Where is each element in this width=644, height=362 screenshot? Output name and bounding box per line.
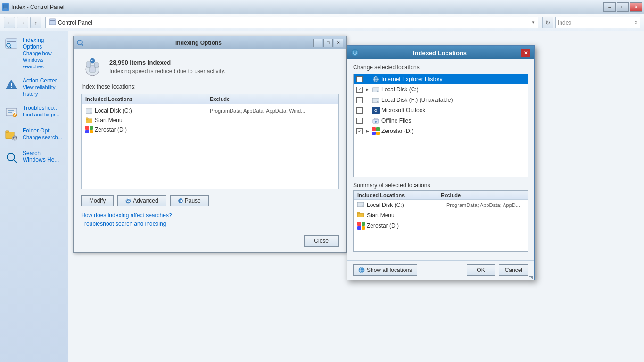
svg-text:?: ? — [13, 111, 16, 118]
summary-name-c: Local Disk (C:) — [367, 202, 445, 208]
sidebar-text-indexing: Indexing Options Change how Windows sear… — [23, 37, 64, 70]
close-button[interactable]: Close — [304, 235, 339, 247]
disk-c-icon — [372, 86, 380, 93]
search-help-link[interactable]: Search Windows He... — [23, 150, 59, 163]
folder-options-link[interactable]: Folder Opti... — [23, 127, 55, 134]
loc-item-text-offline: Offline Files — [381, 117, 411, 124]
svg-text:⚙: ⚙ — [126, 198, 131, 204]
loc-checkbox-f[interactable] — [356, 97, 363, 103]
summary-col-included: Included Locations — [357, 192, 441, 198]
locations-table-body: Local Disk (C:) ProgramData; AppData; Ap… — [82, 104, 338, 189]
svg-point-20 — [7, 153, 15, 161]
svg-point-46 — [377, 91, 379, 92]
list-item[interactable]: O Microsoft Outlook — [354, 105, 528, 115]
loc-item-text-c: Local Disk (C:) — [381, 86, 419, 93]
loc-checkbox-c[interactable] — [356, 87, 363, 93]
indexing-minimize-btn[interactable]: – — [313, 39, 322, 47]
search-input[interactable] — [558, 19, 634, 26]
svg-rect-10 — [11, 87, 12, 88]
affect-searches-link[interactable]: How does indexing affect searches? — [81, 212, 339, 219]
resize-grip[interactable] — [528, 274, 533, 279]
minimize-button[interactable]: – — [603, 2, 616, 12]
summary-name-d: Zerostar (D:) — [367, 222, 445, 229]
maximize-button[interactable]: □ — [617, 2, 629, 12]
svg-point-22 — [77, 40, 82, 45]
advanced-button[interactable]: ⚙ Advanced — [117, 195, 166, 206]
action-center-icon — [4, 77, 19, 92]
show-all-locations-button[interactable]: Show all locations — [353, 264, 417, 276]
loc-item-text-f: Local Disk (F:) (Unavailable) — [381, 97, 453, 103]
loc-expand-d[interactable]: ▶ — [364, 128, 370, 134]
summary-col-exclude: Exclude — [441, 192, 524, 198]
indexing-window-content: 28,990 items indexed Indexing speed is r… — [74, 49, 346, 252]
dialog-close-button[interactable]: ✕ — [521, 49, 530, 57]
title-bar-controls[interactable]: – □ ✕ — [603, 2, 642, 12]
action-center-link[interactable]: Action Center — [23, 77, 57, 84]
indexing-window-controls[interactable]: – □ ✕ — [313, 39, 343, 47]
sidebar-item-action-center: Action Center View reliability history — [4, 77, 64, 97]
col-included-header: Included Locations — [85, 96, 210, 102]
offline-files-icon — [372, 117, 380, 124]
list-item[interactable]: Local Disk (F:) (Unavailable) — [354, 95, 528, 105]
search-clear-icon[interactable]: ✕ — [634, 20, 638, 25]
svg-line-21 — [14, 160, 17, 163]
back-button[interactable]: ← — [4, 17, 15, 28]
loc-checkbox-d[interactable] — [356, 128, 363, 134]
svg-rect-9 — [11, 83, 12, 86]
list-item[interactable]: ▶ Local Disk (C:) — [354, 84, 528, 95]
folder-options-icon: ⚙ — [4, 127, 19, 142]
loc-expand-c[interactable]: ▶ — [364, 87, 370, 92]
disk-icon-c — [85, 107, 93, 115]
loc-checkbox-offline[interactable] — [356, 118, 363, 124]
locations-table: Included Locations Exclude Local Disk (C… — [81, 94, 339, 189]
nav-bar: ← → ↑ Control Panel ▼ ↻ ✕ — [0, 14, 644, 31]
refresh-button[interactable]: ↻ — [542, 17, 553, 28]
title-bar: Index - Control Panel – □ ✕ — [0, 0, 644, 14]
forward-button[interactable]: → — [17, 17, 28, 28]
folder-icon-startmenu — [85, 116, 93, 124]
troubleshoot-sublink[interactable]: Find and fix pr... — [23, 112, 59, 117]
pause-button[interactable]: Pause — [170, 195, 209, 206]
dialog-footer: Show all locations OK Cancel — [347, 260, 534, 280]
indexing-options-sublink[interactable]: Change how Windows searches — [23, 50, 52, 69]
main-area: Indexing Options Change how Windows sear… — [0, 31, 644, 362]
folder-options-sublink[interactable]: Change search... — [23, 134, 62, 140]
summary-section: Summary of selected locations Included L… — [353, 182, 528, 252]
list-item[interactable]: Offline Files — [354, 115, 528, 126]
indexing-status: 28,990 items indexed Indexing speed is r… — [81, 55, 339, 78]
svg-rect-1 — [4, 8, 7, 9]
indexing-count: 28,990 items indexed — [109, 59, 339, 66]
list-item[interactable]: ▶ Zerostar (D:) — [354, 126, 528, 136]
loc-checkbox-ie[interactable] — [356, 76, 363, 82]
loc-expand-ie — [364, 76, 370, 82]
svg-rect-17 — [6, 131, 9, 132]
indexing-maximize-btn[interactable]: □ — [323, 39, 333, 47]
svg-rect-0 — [3, 5, 8, 8]
dialog-cancel-button[interactable]: Cancel — [499, 264, 528, 276]
loc-checkbox-outlook[interactable] — [356, 107, 363, 114]
indexed-locations-dialog: Indexed Locations ✕ Change selected loca… — [347, 45, 535, 280]
svg-line-23 — [82, 44, 83, 46]
list-item[interactable]: Internet Explorer History — [354, 74, 528, 84]
sidebar-item-search-help: Search Windows He... — [4, 150, 64, 165]
up-button[interactable]: ↑ — [30, 17, 41, 28]
svg-rect-26 — [87, 62, 91, 67]
troubleshoot-link[interactable]: Troubleshoo... — [23, 105, 58, 111]
address-dropdown-arrow[interactable]: ▼ — [531, 20, 535, 25]
app-icon — [2, 3, 9, 11]
window-links: How does indexing affect searches? Troub… — [81, 210, 339, 231]
modify-button[interactable]: Modify — [81, 195, 114, 206]
action-center-sublink[interactable]: View reliability history — [23, 84, 56, 97]
indexing-close-btn[interactable]: ✕ — [334, 39, 343, 47]
change-locations-label: Change selected locations — [353, 64, 528, 71]
indexing-options-link[interactable]: Indexing Options — [23, 37, 44, 50]
sidebar-item-indexing: Indexing Options Change how Windows sear… — [4, 37, 64, 70]
index-locations-label: Index these locations: — [81, 83, 339, 90]
main-close-button[interactable]: ✕ — [630, 2, 642, 12]
troubleshoot-icon: ? — [4, 105, 19, 120]
troubleshoot-link[interactable]: Troubleshoot search and indexing — [81, 221, 339, 227]
table-row: Zerostar (D:) — [82, 125, 338, 134]
locations-list: Internet Explorer History ▶ Local Disk (… — [353, 74, 528, 177]
indexing-msg: Indexing speed is reduced due to user ac… — [109, 68, 339, 74]
dialog-ok-button[interactable]: OK — [467, 264, 495, 276]
